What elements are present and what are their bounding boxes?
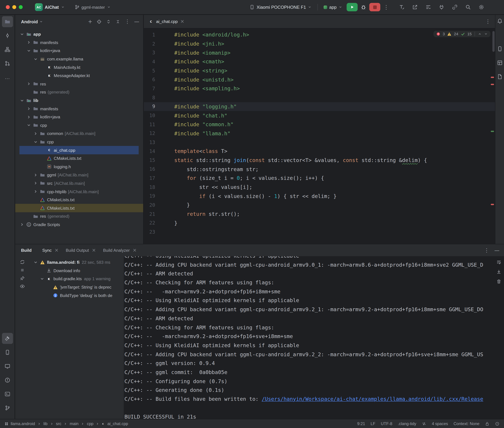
- project-tree-item[interactable]: manifests: [15, 38, 143, 47]
- layout-inspector-icon[interactable]: [497, 60, 503, 66]
- share-tool-icon[interactable]: [412, 4, 418, 10]
- line-number[interactable]: 2: [144, 41, 155, 47]
- breadcrumb-item[interactable]: src: [56, 421, 61, 426]
- breadcrumb-item[interactable]: llama.android: [11, 421, 35, 426]
- error-stripe-mark[interactable]: [491, 204, 494, 205]
- chevron-down-icon[interactable]: [39, 20, 43, 24]
- breadcrumb-item[interactable]: cpp: [87, 421, 94, 426]
- panel-options-icon[interactable]: ⋮: [125, 19, 130, 24]
- project-tree-item[interactable]: lib: [15, 96, 143, 105]
- project-tree-item[interactable]: res: [15, 80, 143, 88]
- edit-tool-icon[interactable]: [399, 4, 405, 10]
- editor-tab-ai-chat-cpp[interactable]: ai_chat.cpp ×: [144, 15, 189, 28]
- project-tree-item[interactable]: MainActivity.kt: [15, 63, 143, 71]
- structure-tool-button[interactable]: [2, 44, 13, 55]
- device-selector[interactable]: Xiaomi POCOPHONE F1: [247, 3, 314, 11]
- previous-problem-icon[interactable]: [478, 32, 482, 36]
- chevron-slot[interactable]: [26, 106, 31, 111]
- run-button[interactable]: [347, 3, 358, 11]
- device-explorer-tool-button[interactable]: [2, 347, 13, 358]
- line-number[interactable]: 7: [144, 86, 155, 92]
- running-devices-tool-button[interactable]: [2, 361, 13, 372]
- line-number[interactable]: 18: [144, 184, 155, 190]
- indent-config-icon[interactable]: [422, 421, 426, 426]
- zoom-window-button[interactable]: [19, 5, 23, 9]
- breadcrumb-item[interactable]: ai_chat.cpp: [107, 421, 128, 426]
- file-lock-icon[interactable]: [485, 421, 489, 426]
- inspection-profile[interactable]: .clang-tidy: [398, 421, 416, 426]
- chevron-slot[interactable]: [33, 139, 38, 144]
- filter-messages-icon[interactable]: [19, 284, 25, 289]
- file-encoding[interactable]: UTF-8: [381, 421, 392, 426]
- caret-position[interactable]: 9:21: [357, 421, 365, 426]
- rerun-sync-icon[interactable]: [19, 259, 25, 265]
- build-console[interactable]: C/C++: -- Using KleidiAI optimized kerne…: [124, 256, 504, 419]
- chevron-slot[interactable]: [19, 98, 25, 103]
- tab-build-output[interactable]: Build Output ×: [62, 244, 99, 256]
- project-tree-item[interactable]: common[AiChat.lib.main]: [15, 130, 143, 138]
- close-tab-icon[interactable]: ×: [180, 19, 184, 24]
- line-number[interactable]: 19: [144, 193, 155, 199]
- problems-tool-button[interactable]: [2, 375, 13, 386]
- clear-console-icon[interactable]: [496, 279, 501, 284]
- console-link[interactable]: /Users/hanyin/Workspace/ai-chat/examples…: [262, 396, 483, 402]
- project-tree-item[interactable]: CMakeLists.txt: [15, 204, 143, 212]
- build-tree-item[interactable]: Download info: [29, 266, 124, 275]
- chevron-slot[interactable]: [26, 40, 31, 45]
- hide-build-panel-icon[interactable]: —: [494, 248, 500, 253]
- documentation-icon[interactable]: [497, 74, 503, 80]
- highlighting-level-icon[interactable]: [495, 421, 499, 426]
- project-tree-item[interactable]: app: [15, 30, 143, 38]
- project-tree-item[interactable]: ai_chat.cpp: [15, 146, 143, 154]
- build-variants-icon[interactable]: [425, 4, 431, 10]
- project-tree-item[interactable]: cpp-httplib[AiChat.lib.main]: [15, 187, 143, 196]
- stop-sync-icon[interactable]: [19, 268, 25, 273]
- project-view-selector[interactable]: Android: [21, 19, 38, 24]
- collapse-all-icon[interactable]: [115, 19, 120, 24]
- indent-setting[interactable]: 4 spaces: [432, 421, 448, 426]
- expand-all-icon[interactable]: [106, 19, 111, 24]
- line-ending[interactable]: LF: [371, 421, 375, 426]
- project-tree-item[interactable]: res(generated): [15, 212, 143, 220]
- change-stripe-mark[interactable]: [491, 131, 494, 132]
- more-run-actions-icon[interactable]: ⋮: [382, 3, 390, 11]
- line-number[interactable]: 11: [144, 122, 155, 127]
- line-number[interactable]: 9: [144, 104, 155, 109]
- notifications-icon[interactable]: [497, 18, 503, 24]
- breadcrumb-item[interactable]: main: [70, 421, 78, 426]
- more-tool-windows-button[interactable]: …: [2, 72, 13, 83]
- chevron-slot[interactable]: [26, 123, 31, 128]
- close-tab-icon[interactable]: ×: [92, 248, 96, 253]
- project-tree-item[interactable]: manifests: [15, 105, 143, 113]
- project-tree-item[interactable]: kotlin+java: [15, 47, 143, 55]
- project-tree-item[interactable]: ggml[AiChat.lib.main]: [15, 171, 143, 179]
- chevron-slot[interactable]: [19, 32, 25, 37]
- project-selector[interactable]: AC AiChat: [32, 2, 67, 12]
- line-number[interactable]: 15: [144, 157, 155, 163]
- ai-assistant-icon[interactable]: [497, 32, 503, 38]
- chevron-slot[interactable]: [26, 48, 31, 53]
- chevron-slot[interactable]: [33, 260, 38, 265]
- line-number[interactable]: 1: [144, 32, 155, 38]
- line-number[interactable]: 5: [144, 68, 155, 74]
- line-number[interactable]: 20: [144, 202, 155, 208]
- error-stripe-mark[interactable]: [491, 77, 494, 78]
- scroll-to-end-icon[interactable]: [496, 269, 501, 274]
- inspections-widget[interactable]: 3 24 15: [433, 31, 490, 37]
- chevron-slot[interactable]: [19, 222, 25, 227]
- project-tree-item[interactable]: cpp: [15, 121, 143, 129]
- build-tool-button[interactable]: [2, 333, 13, 344]
- chevron-slot[interactable]: [33, 173, 38, 178]
- project-tree-item[interactable]: cpp: [15, 138, 143, 146]
- line-number[interactable]: 8: [144, 95, 155, 100]
- chevron-slot[interactable]: [33, 181, 38, 186]
- line-number[interactable]: 14: [144, 148, 155, 154]
- build-options-icon[interactable]: ⋮: [484, 248, 489, 253]
- stop-button[interactable]: [369, 3, 380, 11]
- line-number[interactable]: 12: [144, 131, 155, 136]
- chevron-slot[interactable]: [33, 189, 38, 194]
- tab-build-analyzer[interactable]: Build Analyzer ×: [99, 244, 140, 256]
- close-tab-icon[interactable]: ×: [133, 248, 137, 253]
- project-tree-item[interactable]: logging.h: [15, 163, 143, 171]
- build-tree-item[interactable]: build.gradle.ktsapp 1 warning: [29, 275, 124, 283]
